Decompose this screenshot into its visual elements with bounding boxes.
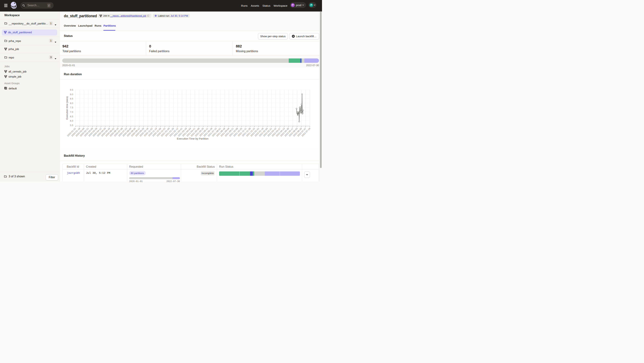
svg-text:7.5: 7.5	[70, 106, 73, 109]
svg-text:5.5: 5.5	[70, 124, 73, 127]
svg-text:Execution time (secs): Execution time (secs)	[66, 96, 68, 120]
svg-text:8.0: 8.0	[70, 102, 73, 104]
svg-text:7.0: 7.0	[70, 111, 73, 113]
svg-text:8.5: 8.5	[70, 97, 73, 100]
svg-text:9.0: 9.0	[70, 93, 73, 96]
svg-text:6.0: 6.0	[70, 120, 73, 122]
svg-text:9.5: 9.5	[70, 88, 73, 91]
svg-text:6.5: 6.5	[70, 115, 73, 118]
svg-text:Execution Time by Partition: Execution Time by Partition	[177, 137, 208, 140]
